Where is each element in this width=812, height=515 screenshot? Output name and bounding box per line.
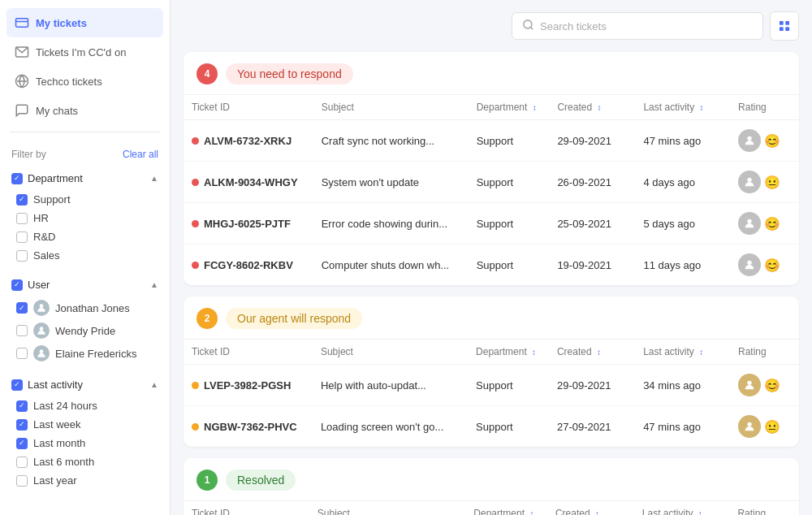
ticket-id: FCGY-8602-RKBV bbox=[204, 259, 293, 271]
table-row[interactable]: LVEP-3982-PGSH Help with auto-updat... S… bbox=[184, 365, 799, 406]
section-agent-respond: 2 Our agent will respond Ticket ID Subje… bbox=[184, 296, 799, 447]
sidebar-item-my-chats[interactable]: My chats bbox=[6, 96, 163, 125]
ticket-subject: System won't update bbox=[313, 162, 469, 203]
ticket-created: 29-09-2021 bbox=[549, 120, 635, 162]
sidebar-item-ccd[interactable]: Tickets I'm CC'd on bbox=[6, 37, 163, 67]
created-sort-icon[interactable]: ↕ bbox=[597, 103, 601, 112]
rd-checkbox[interactable] bbox=[16, 232, 28, 243]
search-input[interactable] bbox=[540, 20, 753, 32]
respond-title: You need to respond bbox=[226, 63, 353, 84]
ticket-id-cell: LVEP-3982-PGSH bbox=[184, 365, 313, 406]
sidebar-item-my-tickets[interactable]: My tickets bbox=[6, 8, 163, 37]
table-row[interactable]: MHGJ-6025-PJTF Error code showing durin.… bbox=[184, 203, 799, 245]
filter-group-lastactivity-header[interactable]: Last activity ▲ bbox=[11, 376, 158, 393]
agent-respond-table-header: Ticket ID Subject Department ↕ Created ↕… bbox=[184, 340, 799, 365]
filter-item-year[interactable]: Last year bbox=[15, 471, 158, 490]
svg-rect-0 bbox=[16, 19, 28, 28]
ticket-rating: 😊 bbox=[730, 365, 799, 406]
filter-item-week[interactable]: Last week bbox=[15, 415, 158, 434]
filter-item-support[interactable]: Support bbox=[15, 190, 158, 209]
clear-all-button[interactable]: Clear all bbox=[123, 149, 158, 160]
6month-checkbox[interactable] bbox=[16, 457, 28, 468]
filter-item-hr[interactable]: HR bbox=[15, 209, 158, 227]
filter-group-department-header[interactable]: Department ▲ bbox=[11, 170, 158, 187]
avatar bbox=[738, 129, 761, 152]
week-checkbox[interactable] bbox=[16, 419, 28, 431]
filter-item-rd[interactable]: R&D bbox=[15, 227, 158, 246]
filter-item-elaine[interactable]: Elaine Fredericks bbox=[15, 342, 158, 365]
ticket-icon bbox=[15, 15, 29, 30]
user-master-checkbox[interactable] bbox=[11, 279, 23, 291]
ticket-rating: 😊 bbox=[730, 245, 799, 286]
col-header-ticketid-3: Ticket ID bbox=[184, 501, 309, 516]
ticket-rating: 😊 bbox=[730, 120, 799, 162]
col-header-rating-3: Rating bbox=[729, 501, 799, 516]
grid-view-button[interactable] bbox=[770, 11, 799, 41]
col-header-rating-2: Rating bbox=[730, 340, 799, 365]
lastact-sort-icon[interactable]: ↕ bbox=[699, 103, 703, 112]
year-checkbox[interactable] bbox=[16, 475, 28, 487]
ticket-rating: 😐 bbox=[730, 406, 799, 448]
lastactivity-master-checkbox[interactable] bbox=[11, 379, 23, 391]
6month-label: Last 6 month bbox=[33, 456, 94, 468]
sales-checkbox[interactable] bbox=[16, 250, 28, 262]
created-sort-icon-2[interactable]: ↕ bbox=[597, 348, 601, 357]
svg-point-14 bbox=[747, 136, 751, 141]
elaine-checkbox[interactable] bbox=[16, 348, 28, 359]
table-row[interactable]: FCGY-8602-RKBV Computer shuts down wh...… bbox=[184, 245, 799, 286]
techco-icon bbox=[15, 74, 29, 89]
dept-sort-icon[interactable]: ↕ bbox=[533, 103, 537, 112]
filter-item-jonathan[interactable]: Jonathan Jones bbox=[15, 296, 158, 319]
dept-master-checkbox[interactable] bbox=[11, 173, 23, 184]
ticket-subject: Computer shuts down wh... bbox=[313, 245, 469, 286]
wendy-label: Wendy Pride bbox=[55, 325, 115, 337]
rating-emoji: 😐 bbox=[764, 175, 780, 190]
resolved-table: Ticket ID Subject Department ↕ Created ↕… bbox=[184, 500, 799, 515]
sidebar-item-ccd-label: Tickets I'm CC'd on bbox=[36, 46, 126, 58]
user-filter-items: Jonathan Jones Wendy Pride Elaine Freder… bbox=[11, 293, 158, 368]
24h-checkbox[interactable] bbox=[16, 400, 28, 412]
ticket-dept: Support bbox=[468, 406, 549, 448]
created-sort-icon-3[interactable]: ↕ bbox=[595, 509, 599, 515]
col-header-lastact-3: Last activity ↕ bbox=[634, 501, 730, 516]
lastact-sort-icon-3[interactable]: ↕ bbox=[698, 509, 702, 515]
search-bar[interactable] bbox=[512, 12, 763, 40]
sidebar-item-techco[interactable]: Techco tickets bbox=[6, 67, 163, 96]
table-row[interactable]: NGBW-7362-PHVC Loading screen won't go..… bbox=[184, 406, 799, 448]
dept-sort-icon-2[interactable]: ↕ bbox=[532, 348, 536, 357]
lastact-sort-icon-2[interactable]: ↕ bbox=[699, 348, 703, 357]
status-dot bbox=[192, 220, 199, 227]
table-row[interactable]: ALVM-6732-XRKJ Craft sync not working...… bbox=[184, 120, 799, 162]
filter-item-sales[interactable]: Sales bbox=[15, 246, 158, 265]
avatar bbox=[738, 171, 761, 193]
table-row[interactable]: ALKM-9034-WHGY System won't update Suppo… bbox=[184, 162, 799, 203]
col-header-created-2: Created ↕ bbox=[549, 340, 635, 365]
filter-item-month[interactable]: Last month bbox=[15, 434, 158, 452]
dept-sort-icon-3[interactable]: ↕ bbox=[529, 509, 533, 515]
svg-point-16 bbox=[747, 219, 751, 223]
filter-item-24h[interactable]: Last 24 hours bbox=[15, 396, 158, 415]
filter-item-6month[interactable]: Last 6 month bbox=[15, 452, 158, 471]
jonathan-checkbox[interactable] bbox=[16, 302, 28, 314]
ticket-dept: Support bbox=[469, 120, 550, 162]
support-checkbox[interactable] bbox=[16, 194, 28, 206]
svg-point-6 bbox=[40, 327, 44, 331]
filter-group-user-header[interactable]: User ▲ bbox=[11, 276, 158, 293]
filter-item-wendy[interactable]: Wendy Pride bbox=[15, 319, 158, 342]
month-checkbox[interactable] bbox=[16, 438, 28, 449]
ticket-last-activity: 47 mins ago bbox=[635, 406, 730, 448]
sidebar-item-my-chats-label: My chats bbox=[36, 105, 78, 117]
respond-table-header: Ticket ID Subject Department ↕ Created ↕… bbox=[184, 95, 799, 120]
svg-point-8 bbox=[524, 20, 532, 28]
hr-checkbox[interactable] bbox=[16, 213, 28, 224]
month-label: Last month bbox=[33, 437, 85, 449]
ticket-created: 27-09-2021 bbox=[549, 406, 635, 448]
svg-rect-10 bbox=[780, 21, 784, 25]
section-agent-respond-header: 2 Our agent will respond bbox=[184, 296, 799, 339]
ticket-last-activity: 4 days ago bbox=[635, 162, 730, 203]
jonathan-avatar bbox=[33, 300, 50, 316]
status-dot bbox=[192, 423, 199, 431]
svg-point-19 bbox=[747, 422, 751, 426]
wendy-checkbox[interactable] bbox=[16, 325, 28, 336]
filter-by-label: Filter by bbox=[11, 149, 46, 160]
